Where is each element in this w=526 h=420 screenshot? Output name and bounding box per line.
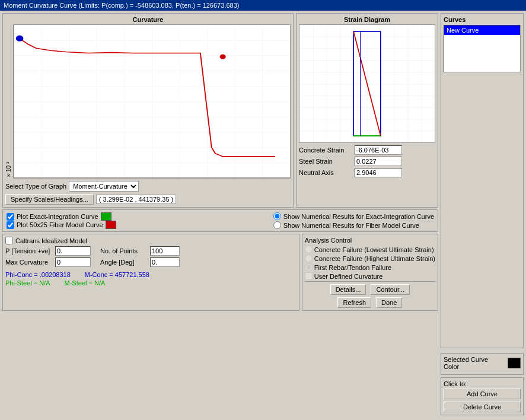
steel-strain-value[interactable] (355, 157, 402, 166)
angle-input[interactable] (150, 257, 180, 267)
angle-row: Angle [Deg] (100, 257, 180, 267)
specify-scales-button[interactable]: Specify Scales/Headings... (5, 194, 94, 205)
contour-button[interactable]: Contour... (371, 284, 410, 295)
right-params: No. of Points Angle [Deg] (100, 246, 180, 269)
strain-title: Strain Diagram (299, 16, 435, 23)
p-tension-row: P [Tension +ve] (5, 246, 91, 256)
select-type-label: Select Type of Graph (5, 183, 66, 190)
add-curve-button[interactable]: Add Curve (444, 389, 521, 399)
svg-rect-1 (14, 25, 290, 178)
action-buttons: Details... Contour... (305, 284, 435, 295)
phi-steel-value: Phi-Steel = N/A (5, 279, 50, 287)
show-fiber-radio[interactable] (273, 221, 281, 229)
neutral-axis-label: Neutral Axis (299, 169, 352, 176)
phi-row-1: Phi-Conc = .00208318 M-Conc = 457721.558 (5, 271, 297, 278)
selected-color-row: Selected Curve Color (444, 356, 521, 370)
show-exact-radio[interactable] (273, 212, 281, 220)
phi-row-2: Phi-Steel = N/A M-Steel = N/A (5, 279, 297, 287)
angle-label: Angle [Deg] (100, 259, 148, 266)
exact-integration-color (101, 212, 111, 221)
steel-strain-label: Steel Strain (299, 158, 352, 165)
svg-point-4 (16, 36, 24, 42)
analysis-label-3: First Rebar/Tendon Failure (314, 264, 391, 271)
analysis-radio-2 (305, 254, 313, 262)
right-panel: Curves New Curve Selected Curve Color Cl… (441, 13, 524, 415)
concrete-strain-value[interactable] (355, 145, 402, 155)
analysis-label-4: User Defined Curvature (314, 273, 383, 280)
click-to-section: Click to: Add Curve Delete Curve (441, 377, 524, 415)
graph-controls-2: Specify Scales/Headings... ( 3.299E-02 ,… (5, 194, 291, 205)
concrete-strain-row: Concrete Strain (299, 145, 435, 155)
concrete-strain-label: Concrete Strain (299, 147, 352, 154)
plot-options: Plot Exact-Integration Curve Plot 50x25 … (2, 209, 438, 232)
phi-values: Phi-Conc = .00208318 M-Conc = 457721.558… (5, 271, 297, 287)
top-row: Curvature ×10 ³ (2, 13, 438, 208)
input-params: Caltrans Idealized Model P [Tension +ve]… (2, 234, 299, 311)
delete-curve-button[interactable]: Delete Curve (444, 402, 521, 412)
analysis-option-4: User Defined Curvature (305, 272, 435, 280)
show-exact-radio-row: Show Numerical Results for Exact-Integra… (273, 212, 434, 220)
max-curvature-input[interactable] (55, 257, 91, 267)
analysis-label-2: Concrete Failure (Highest Ultimate Strai… (314, 255, 435, 262)
analysis-control-title: Analysis Control (305, 237, 435, 244)
show-fiber-label: Show Numerical Results for Fiber Model C… (283, 222, 419, 229)
selected-color-label: Selected Curve Color (444, 356, 505, 370)
caltrans-checkbox[interactable] (5, 237, 13, 244)
m-conc-value: M-Conc = 457721.558 (85, 271, 149, 278)
curves-buttons: Add Curve Delete Curve (444, 389, 521, 412)
steel-strain-row: Steel Strain (299, 157, 435, 166)
strain-chart[interactable] (299, 24, 435, 143)
strain-fields: Concrete Strain Steel Strain Neutral Axi… (299, 145, 435, 177)
max-curvature-row: Max Curvature (5, 257, 91, 267)
curvature-title: Curvature (5, 16, 291, 23)
analysis-control: Analysis Control Concrete Failure (Lowes… (302, 234, 438, 311)
analysis-label-1: Concrete Failure (Lowest Ultimate Strain… (314, 246, 434, 253)
max-curvature-label: Max Curvature (5, 259, 53, 266)
selected-color-box[interactable] (508, 358, 521, 368)
p-tension-input[interactable] (55, 246, 91, 256)
curves-title: Curves (444, 16, 521, 23)
m-steel-value: M-Steel = N/A (65, 279, 106, 287)
p-tension-label: P [Tension +ve] (5, 247, 53, 254)
exact-integration-checkbox[interactable] (7, 213, 14, 221)
details-button[interactable]: Details... (330, 284, 366, 295)
coordinates-display: ( 3.299E-02 , 441379.35 ) (96, 195, 176, 204)
exact-integration-label: Plot Exact-Integration Curve (17, 213, 98, 220)
fiber-model-label: Plot 50x25 Fiber Model Curve (17, 221, 103, 228)
neutral-axis-row: Neutral Axis (299, 168, 435, 177)
analysis-radio-1 (305, 246, 313, 253)
exact-integration-row: Plot Exact-Integration Curve (7, 212, 269, 221)
bottom-row: Caltrans Idealized Model P [Tension +ve]… (2, 234, 438, 311)
click-to-label: Click to: (444, 380, 521, 387)
title-bar: Moment Curvature Curve (Limits: P(comp.)… (0, 0, 526, 11)
numerical-results-group: Show Numerical Results for Exact-Integra… (273, 212, 434, 229)
curve-item[interactable]: New Curve (444, 26, 520, 35)
analysis-check-4 (305, 272, 313, 280)
analysis-option-3: First Rebar/Tendon Failure (305, 263, 435, 271)
action-buttons-2: Refresh Done (305, 297, 435, 308)
curvature-chart[interactable]: 4.0 8.0 12.0 16.0 20.0 24.0 28.0 32.0 36… (13, 24, 291, 179)
svg-point-5 (220, 55, 226, 59)
show-exact-label: Show Numerical Results for Exact-Integra… (283, 213, 434, 220)
graph-controls: Select Type of Graph Moment-Curvature Mo… (5, 181, 291, 192)
color-section: Selected Curve Color (441, 353, 524, 375)
left-panel: Curvature ×10 ³ (2, 13, 438, 415)
title-text: Moment Curvature Curve (Limits: P(comp.)… (4, 2, 239, 9)
neutral-axis-value[interactable] (355, 168, 402, 177)
y-axis-label: ×10 ³ (5, 24, 12, 179)
fiber-model-color (106, 221, 116, 229)
caltrans-row: Caltrans Idealized Model (5, 237, 297, 244)
fiber-model-row: Plot 50x25 Fiber Model Curve (7, 221, 269, 229)
strain-section: Strain Diagram (296, 13, 438, 208)
fiber-model-checkbox[interactable] (7, 221, 14, 229)
no-points-row: No. of Points (100, 246, 180, 256)
done-button[interactable]: Done (376, 297, 402, 308)
no-points-label: No. of Points (100, 247, 148, 254)
caltrans-label: Caltrans Idealized Model (15, 237, 87, 244)
no-points-input[interactable] (150, 246, 180, 256)
curves-panel: Curves New Curve (441, 13, 524, 348)
graph-type-dropdown[interactable]: Moment-Curvature Moment-Strain Moment-An… (69, 181, 139, 192)
curves-list[interactable]: New Curve (444, 25, 521, 72)
refresh-button[interactable]: Refresh (337, 297, 371, 308)
phi-conc-value: Phi-Conc = .00208318 (5, 271, 71, 278)
